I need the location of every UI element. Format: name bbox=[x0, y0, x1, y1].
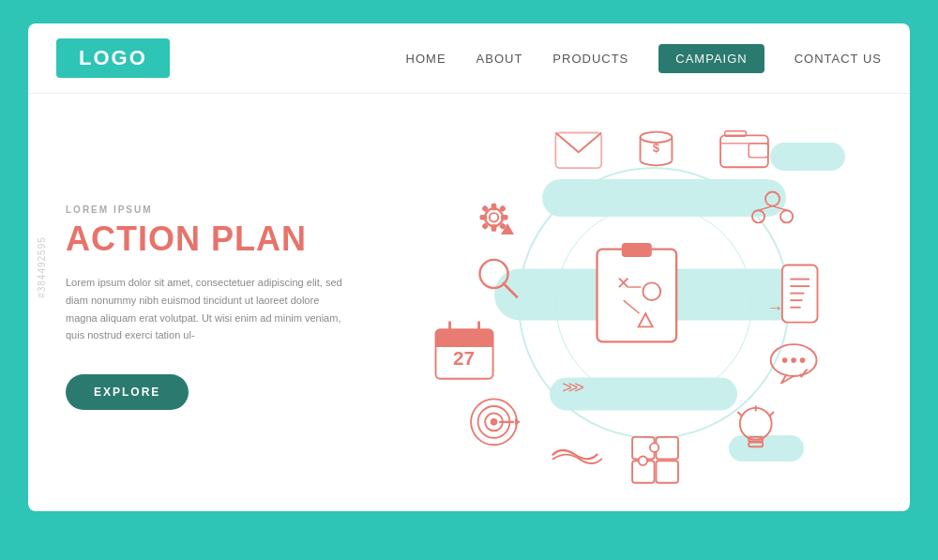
hero-right: × + >>> → ✓ $ bbox=[399, 94, 910, 511]
svg-rect-13 bbox=[491, 204, 496, 211]
phone-icon bbox=[782, 265, 818, 323]
svg-rect-16 bbox=[501, 215, 508, 220]
svg-point-61 bbox=[799, 357, 805, 363]
svg-rect-54 bbox=[749, 442, 763, 446]
calendar-icon: 27 bbox=[435, 323, 492, 379]
email-icon bbox=[555, 133, 601, 169]
gear-icon bbox=[479, 204, 507, 232]
svg-point-59 bbox=[782, 357, 788, 363]
svg-point-60 bbox=[791, 357, 796, 363]
handshake-icon bbox=[552, 450, 601, 463]
main-container: LOGO HOME ABOUT PRODUCTS CAMPAIGN CONTAC… bbox=[28, 23, 910, 511]
navbar: LOGO HOME ABOUT PRODUCTS CAMPAIGN CONTAC… bbox=[28, 23, 910, 94]
nav-about[interactable]: ABOUT bbox=[477, 52, 523, 66]
hero-body: Lorem ipsum dolor sit amet, consectetuer… bbox=[66, 274, 347, 344]
svg-line-56 bbox=[738, 413, 742, 416]
svg-line-26 bbox=[758, 206, 772, 211]
svg-line-57 bbox=[770, 413, 774, 416]
bulb-icon bbox=[738, 406, 774, 446]
svg-rect-63 bbox=[622, 243, 652, 257]
nav-campaign[interactable]: CAMPAIGN bbox=[658, 44, 764, 73]
svg-point-24 bbox=[752, 210, 764, 222]
svg-point-43 bbox=[491, 418, 498, 426]
people-icon bbox=[752, 192, 793, 223]
nav-products[interactable]: PRODUCTS bbox=[552, 52, 628, 66]
svg-line-27 bbox=[772, 206, 786, 211]
hero-title: ACTION PLAN bbox=[66, 220, 361, 258]
hero-section: LOREM IPSUM ACTION PLAN Lorem ipsum dolo… bbox=[28, 94, 910, 511]
svg-point-11 bbox=[485, 208, 503, 226]
nav-contact[interactable]: CONTACT US bbox=[794, 52, 882, 66]
hero-left: LOREM IPSUM ACTION PLAN Lorem ipsum dolo… bbox=[28, 94, 399, 511]
coin-icon: $ bbox=[640, 132, 672, 166]
wallet-icon bbox=[720, 131, 768, 168]
svg-line-22 bbox=[504, 283, 517, 296]
svg-text:27: 27 bbox=[453, 347, 475, 369]
svg-rect-49 bbox=[656, 461, 677, 482]
svg-point-51 bbox=[638, 457, 646, 465]
svg-point-50 bbox=[650, 443, 658, 451]
chat-icon bbox=[770, 344, 816, 383]
svg-rect-15 bbox=[479, 215, 487, 220]
svg-point-25 bbox=[780, 210, 793, 222]
illustration-svg: $ bbox=[399, 94, 910, 511]
svg-point-23 bbox=[765, 192, 779, 206]
puzzle-icon bbox=[632, 437, 678, 483]
svg-rect-14 bbox=[491, 224, 496, 232]
target-icon bbox=[471, 399, 521, 445]
svg-marker-45 bbox=[515, 418, 521, 426]
svg-text:$: $ bbox=[653, 141, 660, 155]
nav-home[interactable]: HOME bbox=[406, 52, 446, 66]
svg-point-12 bbox=[490, 213, 498, 221]
explore-button[interactable]: EXPLORE bbox=[66, 374, 189, 410]
center-clipboard bbox=[597, 243, 676, 341]
svg-rect-62 bbox=[597, 250, 676, 342]
logo[interactable]: LOGO bbox=[56, 38, 170, 78]
nav-links: HOME ABOUT PRODUCTS CAMPAIGN CONTACT US bbox=[406, 44, 882, 73]
svg-rect-7 bbox=[720, 135, 768, 167]
svg-point-52 bbox=[740, 408, 772, 440]
hero-subtitle: LOREM IPSUM bbox=[66, 204, 361, 215]
magnifier-icon bbox=[479, 260, 516, 296]
